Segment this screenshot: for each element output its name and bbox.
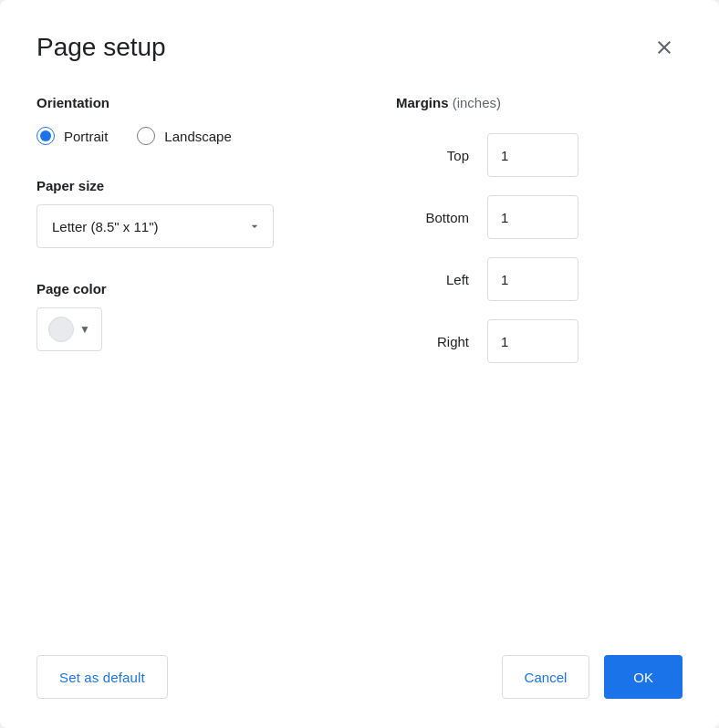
portrait-option[interactable]: Portrait (36, 127, 108, 145)
margins-title: Margins (inches) (396, 95, 501, 110)
margin-row-bottom: Bottom (396, 195, 683, 239)
margin-top-label: Top (396, 148, 469, 163)
margin-bottom-label: Bottom (396, 210, 469, 225)
dialog-header: Page setup (36, 29, 683, 66)
close-button[interactable] (646, 29, 683, 66)
margin-row-top: Top (396, 133, 683, 177)
margin-left-input[interactable] (487, 257, 578, 301)
margin-left-label: Left (396, 272, 469, 287)
orientation-options: Portrait Landscape (36, 127, 323, 145)
margin-right-input[interactable] (487, 319, 578, 363)
margin-top-input[interactable] (487, 133, 578, 177)
ok-button[interactable]: OK (604, 655, 683, 699)
orientation-label: Orientation (36, 95, 323, 110)
portrait-radio[interactable] (36, 127, 55, 145)
page-color-section: Page color ▼ (36, 281, 323, 351)
margins-unit: (inches) (453, 95, 501, 110)
margin-row-left: Left (396, 257, 683, 301)
landscape-label: Landscape (164, 129, 231, 144)
paper-size-section: Paper size Letter (8.5" x 11") A4 (8.27"… (36, 178, 323, 248)
margins-label: Margins (396, 95, 449, 110)
left-panel: Orientation Portrait Landscape Paper siz… (36, 95, 360, 626)
margin-row-right: Right (396, 319, 683, 363)
footer-right: Cancel OK (502, 655, 683, 699)
color-swatch (48, 317, 74, 342)
dialog-title: Page setup (36, 33, 166, 62)
close-icon (653, 36, 675, 58)
cancel-button[interactable]: Cancel (502, 655, 590, 699)
landscape-radio[interactable] (137, 127, 155, 145)
margin-bottom-input[interactable] (487, 195, 578, 239)
page-setup-dialog: Page setup Orientation Portrait Landscap… (0, 0, 719, 728)
margins-header: Margins (inches) (396, 95, 683, 111)
color-dropdown-arrow-icon: ▼ (79, 323, 90, 336)
page-color-label: Page color (36, 281, 323, 296)
margin-right-label: Right (396, 334, 469, 349)
portrait-label: Portrait (64, 129, 108, 144)
dialog-footer: Set as default Cancel OK (36, 626, 683, 699)
color-picker-button[interactable]: ▼ (36, 307, 102, 351)
paper-size-label: Paper size (36, 178, 323, 193)
set-as-default-button[interactable]: Set as default (36, 655, 168, 699)
paper-size-select[interactable]: Letter (8.5" x 11") A4 (8.27" x 11.69") … (36, 204, 274, 248)
landscape-option[interactable]: Landscape (137, 127, 231, 145)
dialog-body: Orientation Portrait Landscape Paper siz… (36, 95, 683, 626)
right-panel: Margins (inches) Top Bottom Left R (360, 95, 683, 626)
